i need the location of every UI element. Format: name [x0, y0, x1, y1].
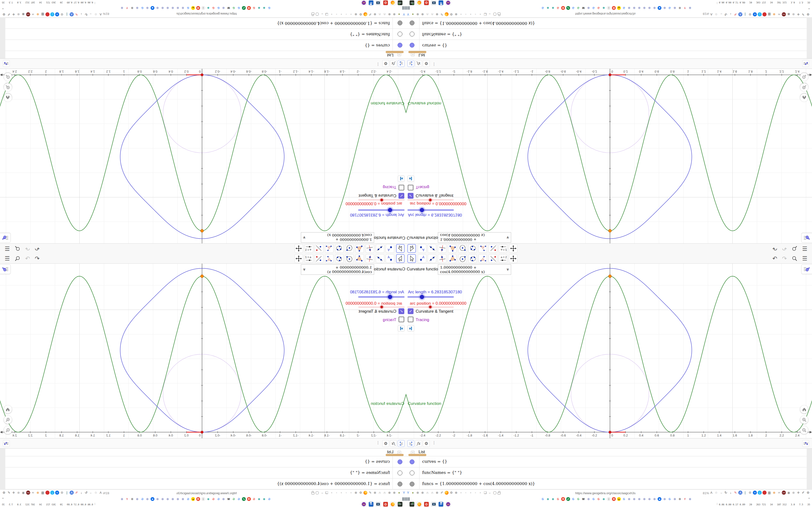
- page-zoom-level[interactable]: 81%: [703, 491, 709, 495]
- arc-length-slider-track[interactable]: [358, 296, 405, 298]
- bookmark-favicon[interactable]: ✿: [688, 6, 692, 10]
- bookmark-favicon[interactable]: ✿: [587, 497, 591, 501]
- bookmark-favicon[interactable]: G: [592, 497, 596, 501]
- bookmark-favicon[interactable]: ✿: [637, 497, 641, 501]
- taskbar-icon-floppy[interactable]: 64: [439, 0, 444, 5]
- bookmark-favicon[interactable]: ⚙: [130, 497, 134, 501]
- bookmark-favicon[interactable]: Я: [612, 497, 616, 501]
- extension-icon[interactable]: ✎: [74, 12, 79, 16]
- bookmark-favicon[interactable]: ✿: [146, 497, 149, 501]
- funcnames-color-chip[interactable]: [410, 470, 414, 475]
- extension-icon[interactable]: ⊕: [792, 491, 796, 495]
- curves-color-chip[interactable]: [398, 459, 402, 464]
- bookmark-favicon[interactable]: ✿: [135, 6, 139, 10]
- tool-conic[interactable]: [335, 254, 344, 263]
- tool-polygon[interactable]: [355, 244, 364, 253]
- bookmark-favicon[interactable]: f: [683, 6, 687, 10]
- home-button[interactable]: [800, 94, 808, 102]
- search-button[interactable]: [13, 253, 22, 264]
- bookmark-favicon[interactable]: G: [541, 497, 545, 501]
- bookmark-favicon[interactable]: G: [186, 497, 190, 501]
- bookmark-favicon[interactable]: ⊕: [602, 6, 606, 10]
- redo-button[interactable]: ↷: [23, 253, 32, 264]
- tool-line[interactable]: [428, 244, 436, 253]
- extension-icon[interactable]: 10: [777, 12, 781, 16]
- graph-canvas[interactable]: [406, 264, 812, 438]
- extension-icon[interactable]: ❖: [12, 12, 16, 16]
- browser-toolbar-icon[interactable]: ⊕: [435, 491, 439, 495]
- extension-icon[interactable]: UO: [26, 12, 30, 16]
- browser-toolbar-icon[interactable]: ⊕: [373, 491, 377, 495]
- bookmark-favicon[interactable]: G: [576, 6, 580, 10]
- extension-icon[interactable]: ↓: [758, 491, 762, 495]
- graphics-panel-button[interactable]: [802, 60, 809, 67]
- panel-toggle-button[interactable]: [801, 233, 812, 243]
- extension-icon[interactable]: ⚙: [806, 491, 810, 495]
- bookmark-favicon[interactable]: G: [571, 6, 575, 10]
- bookmark-favicon[interactable]: G: [622, 6, 626, 10]
- extension-icon[interactable]: →: [719, 12, 723, 16]
- taskbar-icon-purple-bot[interactable]: oo: [446, 0, 451, 5]
- settings-button[interactable]: ⚙: [423, 60, 430, 67]
- browser-toolbar-icon[interactable]: ▫: [464, 12, 468, 16]
- browser-toolbar-icon[interactable]: ∘: [329, 491, 334, 495]
- list-row-funcnames[interactable]: funcNames = {" "}: [406, 467, 807, 478]
- browser-toolbar-icon[interactable]: ∘: [349, 12, 353, 16]
- list-row-funcnames[interactable]: funcNames = {" "}: [5, 467, 406, 478]
- chevron-up-icon[interactable]: ⌃: [1, 497, 4, 501]
- browser-toolbar-icon[interactable]: ⊕: [392, 491, 396, 495]
- bookmark-favicon[interactable]: ✿: [135, 497, 139, 501]
- panel-toggle-button[interactable]: [0, 233, 11, 243]
- bookmark-favicon[interactable]: G: [140, 6, 144, 10]
- bookmark-favicon[interactable]: G: [211, 6, 215, 10]
- home-button[interactable]: [4, 94, 12, 102]
- browser-toolbar-icon[interactable]: ▫: [335, 12, 339, 16]
- browser-toolbar-icon[interactable]: ⊕: [420, 12, 424, 16]
- bookmark-favicon[interactable]: G: [556, 497, 560, 501]
- bookmark-favicon[interactable]: ⊕: [546, 6, 550, 10]
- browser-toolbar-icon[interactable]: ∘: [459, 12, 463, 16]
- curvature-tangent-checkbox[interactable]: ✓: [399, 308, 404, 314]
- tool-polygon[interactable]: [448, 254, 457, 263]
- tree-view-button[interactable]: [398, 60, 405, 67]
- zoom-in-button[interactable]: [4, 83, 12, 91]
- bookmark-favicon[interactable]: ✿: [632, 6, 636, 10]
- funcs-color-chip[interactable]: [398, 482, 402, 487]
- arc-position-slider-knob[interactable]: [429, 199, 432, 201]
- curvature-function-input[interactable]: 1.000000000000 + cos(4.000000000000 x) ▼: [438, 264, 511, 275]
- browser-toolbar-icon[interactable]: ◯: [315, 12, 319, 16]
- tool-circle-center[interactable]: [458, 244, 467, 253]
- bookmark-favicon[interactable]: ✿: [642, 497, 646, 501]
- menu-button[interactable]: ☰: [800, 243, 809, 253]
- extension-icon[interactable]: A: [709, 491, 713, 495]
- browser-toolbar-icon[interactable]: ∘: [469, 491, 473, 495]
- chevron-down-icon[interactable]: ▼: [303, 236, 305, 239]
- browser-toolbar-icon[interactable]: ∩: [383, 491, 387, 495]
- undo-button[interactable]: ↶: [33, 243, 42, 253]
- browser-toolbar-icon[interactable]: ▫: [473, 12, 477, 16]
- tool-angle[interactable]: α: [325, 244, 334, 253]
- bookmark-favicon[interactable]: ✿: [642, 6, 646, 10]
- tool-polygon[interactable]: [448, 244, 457, 253]
- taskbar-icon-screenshot-tool[interactable]: [431, 502, 436, 507]
- extension-icon[interactable]: ◉: [786, 12, 791, 16]
- extension-icon[interactable]: ✐: [801, 12, 805, 16]
- list-row-curves[interactable]: curves = {}: [5, 456, 406, 467]
- browser-toolbar-icon[interactable]: ⊕: [388, 491, 392, 495]
- bookmark-favicon[interactable]: ⚙: [678, 497, 682, 501]
- bookmark-favicon[interactable]: ✿: [120, 6, 124, 10]
- list-row-funcs[interactable]: funcs = {1.000000000000 + cos(4.00000000…: [5, 18, 406, 29]
- arc-length-slider-knob[interactable]: [420, 295, 424, 299]
- browser-toolbar-icon[interactable]: ✐: [440, 12, 444, 16]
- bookmark-favicon[interactable]: G: [252, 497, 256, 501]
- extension-icon[interactable]: ❖: [12, 491, 16, 495]
- funcs-color-chip[interactable]: [398, 20, 402, 25]
- bookmark-favicon[interactable]: ✿: [181, 497, 185, 501]
- arc-position-slider-knob[interactable]: [380, 199, 383, 201]
- bookmark-favicon[interactable]: Я: [612, 6, 616, 10]
- extension-icon[interactable]: ▥: [767, 12, 771, 16]
- tool-point[interactable]: A: [386, 244, 394, 253]
- chevron-up-icon[interactable]: ⌃: [1, 6, 4, 10]
- extension-icon[interactable]: ⊕: [772, 491, 776, 495]
- undo-button[interactable]: ↶: [33, 253, 42, 264]
